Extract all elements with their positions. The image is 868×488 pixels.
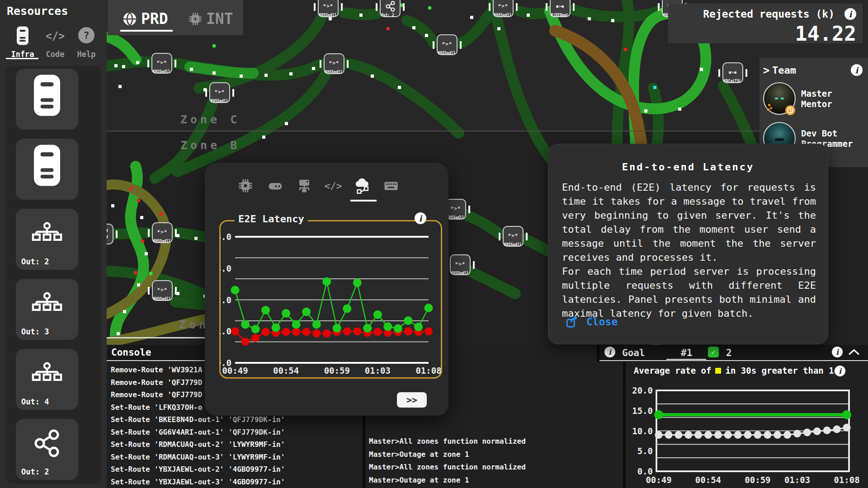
- tab-prd[interactable]: PRD: [122, 10, 168, 28]
- resource-share-1[interactable]: Out: 2: [16, 419, 78, 480]
- svg-text:01:08: 01:08: [834, 475, 859, 485]
- tab-memory-metric[interactable]: [264, 175, 287, 196]
- close-button[interactable]: Close: [566, 315, 618, 328]
- host-icon: [296, 178, 312, 193]
- member-name: Master Mentor: [801, 89, 860, 109]
- active-metric-underline: [350, 200, 377, 202]
- e2e-info-panel: End-to-end Latency End-to-end (E2E) late…: [548, 144, 828, 344]
- code-icon: </>: [324, 178, 342, 193]
- goal-tab-1[interactable]: #1: [681, 347, 692, 358]
- traffic-particle: [264, 74, 268, 77]
- svg-text:10.0: 10.0: [632, 426, 653, 436]
- traffic-particle: [114, 64, 118, 67]
- resource-server-2[interactable]: [16, 139, 78, 200]
- tab-network-metric[interactable]: [350, 175, 374, 196]
- out-count-label: Out: 4: [21, 397, 49, 406]
- tab-host-metric[interactable]: [292, 175, 316, 196]
- traffic-particle: [203, 88, 207, 91]
- resource-server-1[interactable]: [16, 69, 78, 130]
- svg-text:01:03: 01:03: [365, 366, 391, 375]
- rejected-requests-value: 14.22: [795, 22, 856, 46]
- svg-text:01:03: 01:03: [784, 475, 810, 485]
- traffic-particle: [412, 26, 415, 29]
- info-icon[interactable]: i: [832, 347, 843, 357]
- share-nodes-icon: [33, 429, 61, 458]
- goal-completed-count: 2: [726, 347, 732, 358]
- resource-balancer-3[interactable]: Out: 4: [16, 349, 78, 410]
- tab-code-label: Code: [42, 50, 69, 59]
- info-icon[interactable]: i: [851, 64, 863, 76]
- svg-text:1.0: 1.0: [220, 326, 231, 336]
- load-balancer-icon: [32, 220, 62, 247]
- info-icon[interactable]: i: [844, 8, 856, 20]
- out-count-label: Out: 3: [21, 327, 49, 336]
- goal-rate-chart: 20.015.010.05.00.000:4900:5400:5901:0301…: [626, 382, 868, 488]
- svg-text:00:54: 00:54: [695, 475, 721, 485]
- traffic-particle: [123, 310, 126, 313]
- info-icon[interactable]: i: [415, 212, 426, 224]
- globe-icon: [122, 11, 137, 27]
- chevron-right-icon[interactable]: >: [763, 64, 769, 77]
- svg-text:15.0: 15.0: [632, 406, 653, 416]
- resources-list: Out: 2 Out: 3 Out: 4: [5, 66, 101, 483]
- info-icon[interactable]: i: [835, 366, 845, 376]
- resources-sidebar: Resources Infra </> Code ? Help: [0, 0, 107, 488]
- svg-text:</>: </>: [324, 180, 342, 192]
- server-icon: [17, 26, 28, 45]
- svg-text:00:59: 00:59: [324, 366, 350, 375]
- traffic-particle: [159, 212, 162, 216]
- keyboard-icon: [382, 178, 400, 193]
- tab-code-metric[interactable]: </>: [321, 175, 345, 196]
- clock-badge-icon: [785, 105, 796, 116]
- metrics-modal: </> E2E Latency: [205, 163, 448, 416]
- cpu-icon: [238, 178, 253, 193]
- tab-cpu-metric[interactable]: [234, 175, 257, 196]
- svg-text:</>: </>: [46, 30, 64, 42]
- goal-check-icon[interactable]: ✓: [708, 347, 719, 357]
- traffic-particle: [285, 122, 288, 125]
- e2e-chart-title: E2E Latency: [235, 213, 308, 225]
- traffic-particle: [700, 68, 703, 71]
- e2e-latency-chart: 4.03.02.01.00.000:4900:5400:5901:0301:08: [220, 221, 443, 378]
- rejected-requests-title: Rejected requests (k): [703, 8, 835, 20]
- next-button[interactable]: >>: [397, 392, 427, 408]
- console-line: Set-Route 'GG6V4ARI-out-1' 'QFJ779DK-in': [111, 426, 285, 439]
- resource-balancer-2[interactable]: Out: 3: [16, 279, 78, 340]
- traffic-particle: [137, 199, 140, 202]
- chevron-up-icon[interactable]: [848, 348, 860, 356]
- chat-message: Master>Outage at zone 1: [369, 448, 526, 461]
- console-line: Set-Route 'YBXJAEWL-out-3' '4GBO9977-in': [111, 476, 285, 488]
- traffic-particle: [678, 108, 681, 111]
- tab-int[interactable]: INT: [188, 10, 233, 28]
- traffic-particle: [136, 61, 139, 64]
- traffic-particle: [660, 8, 663, 11]
- traffic-particle: [134, 271, 137, 274]
- svg-text:00:49: 00:49: [646, 475, 671, 485]
- resource-balancer-1[interactable]: Out: 2: [16, 209, 78, 270]
- svg-text:20.0: 20.0: [632, 385, 653, 395]
- chat-message: Master>All zones function normalized: [369, 461, 526, 474]
- traffic-particle: [117, 332, 120, 335]
- active-tab-underline: [6, 58, 38, 59]
- console-line: Set-Route 'RDMACUAQ-out-3' 'LYWYR9MF-in': [111, 451, 285, 464]
- tab-code[interactable]: </> Code: [42, 26, 69, 59]
- load-balancer-icon: [32, 360, 62, 387]
- tab-logs-metric[interactable]: [379, 175, 403, 196]
- chip-icon: [188, 12, 203, 26]
- info-icon[interactable]: i: [604, 347, 615, 357]
- tab-help[interactable]: ? Help: [72, 26, 100, 59]
- app-root: Zone C Zone B Zone *>*KHSSedllOut: 2*>*K…: [0, 0, 868, 488]
- memory-icon: [267, 178, 283, 193]
- traffic-particle: [212, 71, 216, 75]
- traffic-particle: [289, 72, 292, 75]
- chat-message: Master>All zones function normalized: [369, 435, 526, 448]
- chat-message: Master>Outage at zone 1: [369, 474, 526, 487]
- traffic-particle: [329, 17, 332, 20]
- traffic-particle: [359, 14, 363, 17]
- traffic-particle: [624, 48, 627, 51]
- traffic-particle: [262, 136, 265, 139]
- tab-infra[interactable]: Infra: [6, 26, 39, 59]
- traffic-particle: [176, 234, 179, 237]
- server-icon: [34, 145, 60, 186]
- goal-title: Goal: [622, 347, 645, 358]
